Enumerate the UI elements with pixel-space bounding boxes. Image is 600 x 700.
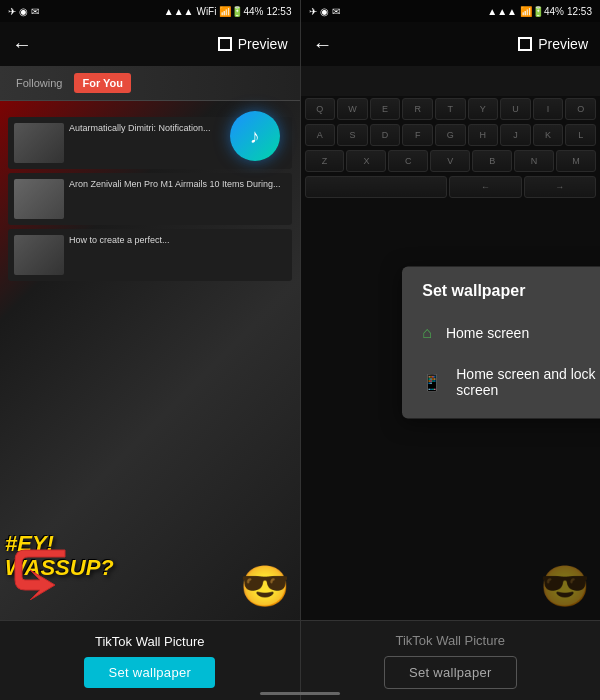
home-bar (260, 692, 340, 695)
status-right-right: ▲▲▲ 📶🔋44% 12:53 (487, 6, 592, 17)
right-panel: Q W E R T Y U I O A S (301, 0, 601, 700)
signal-icon-right: ▲▲▲ (487, 6, 517, 17)
music-icon: ♪ (230, 111, 280, 161)
set-wallpaper-dialog: Set wallpaper ⌂ Home screen 📱 Home scree… (402, 266, 600, 418)
checkbox-right[interactable] (518, 37, 532, 51)
video-title-left: TikTok Wall Picture (95, 634, 205, 649)
dialog-home-lock-label: Home screen and lock screen (456, 366, 600, 398)
insta-icon-right: ◉ (320, 6, 329, 17)
email-icon: ✉ (31, 6, 39, 17)
red-arrow (10, 545, 70, 600)
time-right: 12:53 (567, 6, 592, 17)
back-button-left[interactable]: ← (12, 33, 32, 56)
telegram-icon-right: ✈ (309, 6, 317, 17)
dialog-item-home-lock[interactable]: 📱 Home screen and lock screen (402, 354, 600, 410)
phone-icon: 📱 (422, 373, 442, 392)
set-wallpaper-button-right[interactable]: Set wallpaper (384, 656, 517, 689)
feed-thumb-2 (14, 179, 64, 219)
status-right: ▲▲▲ WiFi 📶🔋44% 12:53 (164, 6, 292, 17)
bottom-bar-right: TikTok Wall Picture Set wallpaper (301, 620, 601, 700)
telegram-icon: ✈ (8, 6, 16, 17)
signal-icon: ▲▲▲ (164, 6, 194, 17)
left-panel: Following For You ♪ Autarmatically Dimit… (0, 0, 301, 700)
feed-thumb (14, 123, 64, 163)
back-button-right[interactable]: ← (313, 33, 333, 56)
status-left-icons: ✈ ◉ ✉ (8, 6, 39, 17)
preview-label-left: Preview (238, 36, 288, 52)
feed-item: Aron Zenivali Men Pro M1 Airmails 10 Ite… (8, 173, 292, 225)
status-bar-left: ✈ ◉ ✉ ▲▲▲ WiFi 📶🔋44% 12:53 (0, 0, 300, 22)
dialog-home-label: Home screen (446, 325, 529, 341)
preview-checkbox-right[interactable]: Preview (518, 36, 588, 52)
instagram-icon: ◉ (19, 6, 28, 17)
dialog-title: Set wallpaper (402, 282, 600, 312)
home-icon: ⌂ (422, 324, 432, 342)
feed-tab-foryou[interactable]: For You (74, 73, 131, 93)
preview-checkbox-left[interactable]: Preview (218, 36, 288, 52)
bottom-bar-left: TikTok Wall Picture Set wallpaper (0, 620, 300, 700)
status-right-left-icons: ✈ ◉ ✉ (309, 6, 340, 17)
video-title-right: TikTok Wall Picture (395, 633, 505, 648)
wifi-icon: WiFi (196, 6, 216, 17)
feed-item: How to create a perfect... (8, 229, 292, 281)
emoji: 😎 (240, 563, 290, 610)
battery-right: 📶🔋44% (520, 6, 564, 17)
battery-left: 📶🔋44% (219, 6, 263, 17)
set-wallpaper-button-left[interactable]: Set wallpaper (84, 657, 215, 688)
feed-tab-following[interactable]: Following (8, 73, 70, 93)
feed-header: Following For You (0, 66, 300, 101)
time-left: 12:53 (266, 6, 291, 17)
feed-thumb-3 (14, 235, 64, 275)
dialog-item-home[interactable]: ⌂ Home screen (402, 312, 600, 354)
email-icon-right: ✉ (332, 6, 340, 17)
status-bar-right: ✈ ◉ ✉ ▲▲▲ 📶🔋44% 12:53 (301, 0, 601, 22)
preview-label-right: Preview (538, 36, 588, 52)
checkbox-left[interactable] (218, 37, 232, 51)
top-bar-right: ← Preview (301, 22, 601, 66)
top-bar-left: ← Preview (0, 22, 300, 66)
